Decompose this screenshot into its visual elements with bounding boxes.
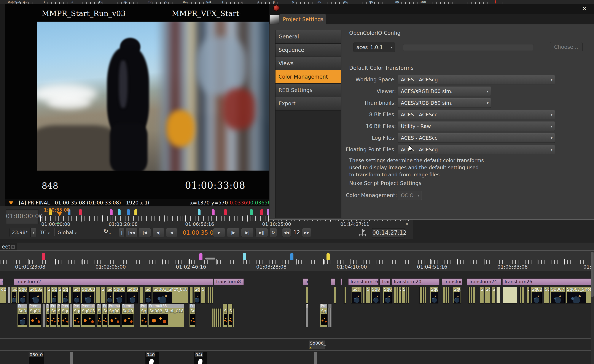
timeline-clip[interactable]: S( <box>101 287 105 304</box>
timeline-clip[interactable]: Sc <box>223 304 228 327</box>
timeline-clip[interactable]: Sq007_Shot_0 <box>566 287 594 304</box>
timeline-clip[interactable]: Pre(Sq( <box>140 304 147 327</box>
timeline-clip[interactable]: Sq <box>544 287 549 304</box>
timeline-marker[interactable] <box>224 209 227 215</box>
timeline-clip[interactable] <box>468 287 470 304</box>
viewer-dropdown[interactable]: ACES/sRGB D60 sim.▾ <box>398 86 491 96</box>
timeline-clip[interactable]: Sq00 <box>531 287 542 304</box>
timeline-marker[interactable] <box>290 253 293 260</box>
timeline-clip[interactable] <box>214 308 216 327</box>
timeline-marker[interactable] <box>260 209 263 215</box>
timeline-clip[interactable]: S( <box>491 287 495 304</box>
timeline-clip[interactable]: Sq <box>106 287 112 304</box>
timeline-marker[interactable] <box>110 209 113 215</box>
soft-effect-clip[interactable]: Tr <box>303 278 308 285</box>
timeline-clip[interactable]: PreSq( <box>320 304 328 327</box>
timeline-marker[interactable] <box>199 253 202 260</box>
play-reverse-button[interactable]: ◀ <box>166 228 177 237</box>
soft-effect-clip[interactable]: Transform16 <box>348 278 378 285</box>
timeline-clip[interactable] <box>471 287 472 304</box>
video-frame[interactable] <box>37 22 270 171</box>
play-from-start-button[interactable]: |▶ <box>227 228 239 237</box>
fps-field[interactable]: 23.98* <box>9 228 31 237</box>
next-edit-button[interactable]: ▶| <box>241 228 254 237</box>
timeline-clip[interactable] <box>503 287 517 304</box>
timeline-clip[interactable] <box>306 287 308 304</box>
status-marker-icon[interactable] <box>9 201 14 205</box>
timeline-clip[interactable] <box>212 308 214 327</box>
timeline-marker[interactable] <box>118 209 121 215</box>
timeline-clip[interactable]: 040 <box>145 352 159 364</box>
timeline-clip[interactable]: Sq( <box>144 287 151 304</box>
timeline-clip[interactable] <box>425 287 426 304</box>
8-bit-files-dropdown[interactable]: ACES - ACEScc▾ <box>398 110 555 119</box>
timeline-clip[interactable] <box>44 287 46 304</box>
timeline-clip[interactable] <box>445 287 447 304</box>
go-to-start-button[interactable]: |◀◀ <box>126 228 137 237</box>
mark-in-button[interactable]: | <box>119 228 124 237</box>
timeline-clip[interactable]: Sq <box>11 287 17 304</box>
timeline-clip[interactable] <box>42 304 45 327</box>
play-button[interactable]: ▶ <box>213 228 225 237</box>
timeline-clip[interactable]: S( <box>366 287 370 304</box>
timeline-clip[interactable]: P <box>328 304 330 327</box>
timeline-marker[interactable] <box>42 253 45 260</box>
timeline-clip[interactable]: PreSq( <box>189 304 196 327</box>
working-space-dropdown[interactable]: ACES - ACEScg▾ <box>398 75 555 84</box>
timeline-clip[interactable]: P <box>330 304 332 327</box>
mark-out-button[interactable]: O <box>270 228 277 237</box>
timeline-clip[interactable]: P(Sq <box>102 304 107 327</box>
timeline-clip[interactable]: S( <box>526 287 530 304</box>
timeline-clip[interactable]: Sq <box>51 287 57 304</box>
soft-effect-clip[interactable]: Transform20 <box>392 278 439 285</box>
timeline-clip[interactable] <box>522 287 524 304</box>
timeline-tab[interactable]: eet ✕ <box>0 243 17 251</box>
timeline-clip[interactable] <box>69 287 72 304</box>
fps-dropdown-caret[interactable]: ▾ <box>31 228 36 237</box>
timeline-clip[interactable]: 04( <box>194 352 207 364</box>
timeline-clip[interactable]: Sq003 <box>113 287 126 304</box>
timeline-clip[interactable] <box>233 308 234 327</box>
timeline-clip[interactable] <box>334 287 336 304</box>
timeline-clip[interactable]: Sq0 <box>383 287 392 304</box>
ocio-path-field[interactable] <box>403 44 534 51</box>
skip-back-button[interactable]: ◀◀ <box>282 228 291 237</box>
timeline-clip[interactable] <box>208 287 209 304</box>
soft-effect-clip[interactable]: Transform26 <box>502 278 594 285</box>
floating-point-files-dropdown[interactable]: ACES - ACEScg▾ <box>398 145 555 154</box>
close-icon[interactable]: ✕ <box>320 14 324 25</box>
timeline-clip[interactable] <box>189 287 193 304</box>
timeline-marker[interactable] <box>243 253 246 260</box>
timeline-clip[interactable]: Sq <box>485 287 490 304</box>
timeline-clip[interactable]: PremulSq003 <box>81 304 95 327</box>
log-files-dropdown[interactable]: ACES - ACEScc▾ <box>398 133 555 143</box>
timeline-clip[interactable]: Sc <box>402 287 405 304</box>
settings-tab-views[interactable]: Views <box>276 57 341 70</box>
settings-tab-red-settings[interactable]: RED Settings <box>276 84 341 97</box>
settings-tab-general[interactable]: General <box>276 30 341 44</box>
settings-tab-sequence[interactable]: Sequence <box>276 44 341 57</box>
timeline-marker[interactable] <box>198 209 201 215</box>
timeline-clip[interactable] <box>447 287 449 304</box>
timeline-clip[interactable] <box>314 352 317 364</box>
playhead-icon[interactable] <box>57 212 62 216</box>
timeline-clip[interactable] <box>419 287 422 304</box>
timeline-clip[interactable] <box>139 287 143 304</box>
timeline-clip[interactable]: Sq0 <box>430 287 439 304</box>
timeline-clip[interactable] <box>8 287 10 304</box>
timeline-clip[interactable] <box>408 287 409 304</box>
timeline-clip[interactable] <box>443 287 445 304</box>
vertical-scrollbar-thumb[interactable] <box>591 252 594 297</box>
timeline-clip[interactable]: 030_0 <box>28 352 44 364</box>
timeline-clip[interactable] <box>220 308 222 327</box>
timeline-clip[interactable]: S <box>228 304 232 327</box>
timeline-clip[interactable]: Premult85Sq003_Shot_018 <box>148 304 184 327</box>
thumbnails-dropdown[interactable]: ACES/sRGB D60 sim.▾ <box>398 98 491 108</box>
timeline-clip[interactable] <box>212 287 213 304</box>
timeline-clip[interactable]: Pre(Sq( <box>61 304 69 327</box>
choose-button[interactable]: Choose... <box>550 42 582 52</box>
timeline-clip[interactable]: Sq003_Shot_018 <box>152 287 188 304</box>
chevron-double-down-icon[interactable]: » <box>405 223 410 226</box>
loop-mode-icon[interactable]: ↻ <box>103 228 108 235</box>
timeline-clip[interactable]: PremSq00 <box>122 304 134 327</box>
